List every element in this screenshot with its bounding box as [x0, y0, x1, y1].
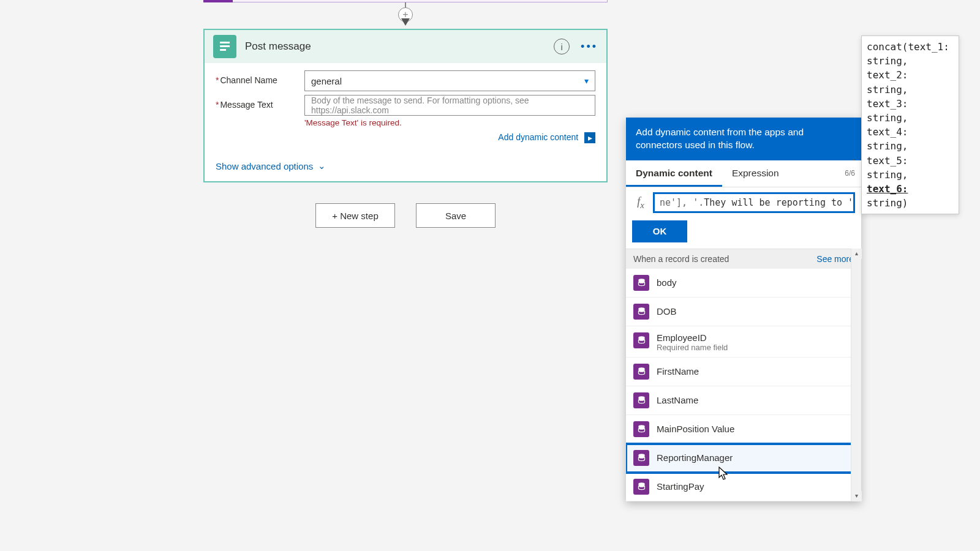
list-item[interactable]: StartingPay — [626, 473, 861, 501]
dynamic-content-toggle-icon[interactable]: ▸ — [584, 132, 595, 143]
tab-dynamic-content[interactable]: Dynamic content — [626, 160, 722, 187]
previous-step-color-tab — [203, 0, 233, 2]
info-icon[interactable]: i — [554, 39, 570, 54]
dataverse-icon — [633, 450, 649, 466]
tooltip-line: concat(text_1: — [867, 40, 954, 54]
list-item[interactable]: ReportingManager — [626, 444, 861, 473]
card-title: Post message — [236, 40, 554, 53]
save-button[interactable]: Save — [416, 203, 496, 228]
expression-value: They will be reporting to ', ) — [704, 197, 855, 208]
card-header[interactable]: Post message i ••• — [205, 30, 606, 63]
see-more-link[interactable]: See more — [816, 254, 854, 264]
list-item-label: DOB — [657, 306, 677, 317]
list-item-label: EmployeeID — [657, 332, 728, 343]
tooltip-line: text_4: — [867, 125, 954, 139]
scroll-up-button[interactable]: ▴ — [851, 249, 862, 259]
add-dynamic-content-link[interactable]: Add dynamic content — [498, 132, 578, 142]
dataverse-icon — [633, 332, 649, 348]
list-item[interactable]: body — [626, 269, 861, 298]
tooltip-line: string) — [867, 196, 954, 210]
channel-name-label: *Channel Name — [216, 70, 304, 85]
dataverse-icon — [633, 304, 649, 320]
slack-action-icon — [213, 35, 236, 58]
dataverse-icon — [633, 275, 649, 291]
tab-expression[interactable]: Expression — [722, 160, 789, 187]
message-text-label: *Message Text — [216, 95, 304, 110]
chevron-down-icon: ▾ — [584, 76, 589, 86]
scroll-down-button[interactable]: ▾ — [851, 491, 862, 501]
message-text-error: 'Message Text' is required. — [304, 118, 595, 127]
list-item[interactable]: DOB — [626, 298, 861, 326]
ok-button[interactable]: OK — [632, 220, 687, 242]
connector-arrow-icon — [401, 18, 410, 26]
list-item-label: body — [657, 277, 677, 288]
expression-prefix: ne'], '. — [660, 197, 704, 208]
autocomplete-page-indicator: 6/6 — [845, 169, 855, 178]
dataverse-icon — [633, 392, 649, 408]
flyout-tabs: Dynamic content Expression 6/6 ⌃ — [626, 160, 861, 187]
list-item[interactable]: LastName — [626, 386, 861, 415]
fx-icon: fx — [632, 195, 649, 211]
list-item-label: FirstName — [657, 366, 699, 377]
list-item-sublabel: Required name field — [657, 343, 728, 352]
expression-signature-tooltip: concat(text_1:string,text_2:string,text_… — [861, 36, 959, 214]
channel-name-value: general — [311, 76, 342, 86]
tooltip-line: string, — [867, 111, 954, 125]
dynamic-section-header: When a record is created See more — [626, 249, 861, 269]
chevron-down-icon: ⌄ — [318, 160, 326, 171]
new-step-button[interactable]: + New step — [315, 203, 395, 228]
expression-row: fx ne'], '. They will be reporting to ',… — [626, 187, 861, 218]
message-text-placeholder: Body of the message to send. For formatt… — [311, 96, 589, 115]
tooltip-line: text_6: — [867, 182, 954, 196]
dataverse-icon — [633, 364, 649, 380]
flow-action-buttons: + New step Save — [203, 203, 608, 228]
message-text-input[interactable]: Body of the message to send. For formatt… — [304, 95, 595, 116]
post-message-card: Post message i ••• *Channel Name general… — [203, 29, 608, 182]
show-advanced-options-link[interactable]: Show advanced options ⌄ — [216, 160, 326, 171]
list-item[interactable]: MainPosition Value — [626, 415, 861, 444]
scrollbar[interactable]: ▴ ▾ — [851, 249, 861, 501]
expression-input[interactable]: ne'], '. They will be reporting to ', ) — [653, 192, 855, 213]
list-item-label: LastName — [657, 395, 698, 405]
tooltip-line: text_5: — [867, 154, 954, 168]
flyout-header: Add dynamic content from the apps and co… — [626, 118, 861, 160]
tooltip-line: string, — [867, 168, 954, 182]
dynamic-content-list: bodyDOBEmployeeIDRequired name fieldFirs… — [626, 269, 861, 501]
caret-up-icon: ⌃ — [851, 158, 856, 165]
card-menu-button[interactable]: ••• — [581, 40, 598, 53]
dynamic-section-title: When a record is created — [633, 254, 729, 264]
tooltip-line: string, — [867, 139, 954, 153]
tooltip-line: string, — [867, 83, 954, 97]
tooltip-line: text_2: — [867, 68, 954, 82]
dataverse-icon — [633, 479, 649, 495]
list-item-label: ReportingManager — [657, 452, 733, 463]
dataverse-icon — [633, 421, 649, 437]
list-item-label: MainPosition Value — [657, 424, 734, 434]
tooltip-line: text_3: — [867, 97, 954, 111]
dynamic-content-flyout: Add dynamic content from the apps and co… — [626, 118, 861, 501]
channel-name-select[interactable]: general ▾ — [304, 70, 595, 91]
list-item[interactable]: EmployeeIDRequired name field — [626, 326, 861, 358]
list-item[interactable]: FirstName — [626, 358, 861, 386]
list-item-label: StartingPay — [657, 481, 704, 492]
tooltip-line: string, — [867, 54, 954, 68]
